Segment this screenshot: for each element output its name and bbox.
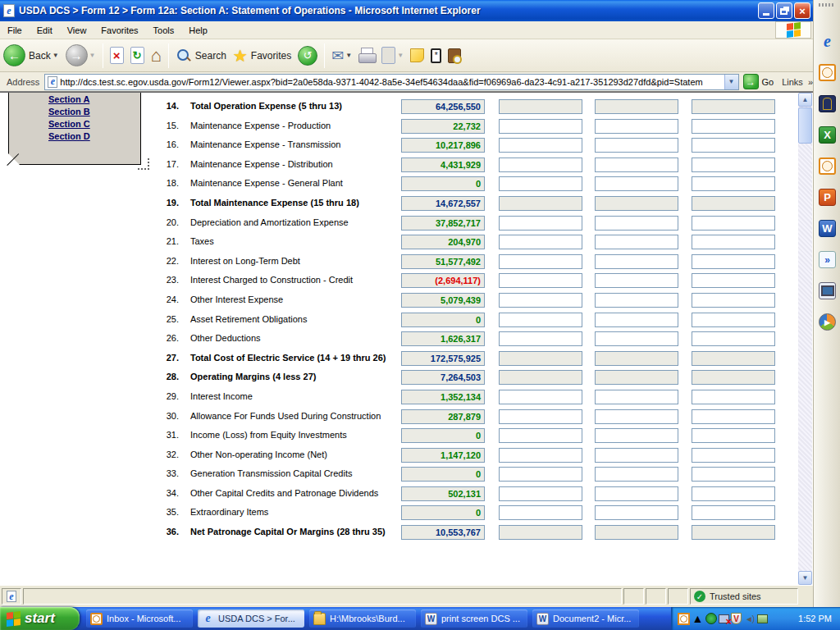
input-field-col4-row25[interactable] bbox=[692, 313, 775, 327]
input-field-col3-row30[interactable] bbox=[595, 409, 678, 424]
address-book-icon[interactable] bbox=[819, 95, 836, 112]
clock-icon[interactable] bbox=[819, 158, 836, 175]
taskbar-window-h-mbrooks-burd[interactable]: H:\Mbrooks\Burd... bbox=[309, 609, 416, 628]
input-field-col2-row34[interactable] bbox=[499, 486, 582, 501]
ie-icon[interactable]: e bbox=[819, 33, 836, 50]
mail-dropdown-icon[interactable]: ▼ bbox=[345, 52, 352, 59]
input-field-col3-row16[interactable] bbox=[595, 138, 678, 153]
input-field-col3-row35[interactable] bbox=[595, 505, 678, 520]
input-field-col3-row25[interactable] bbox=[595, 313, 678, 327]
excel-icon[interactable]: X bbox=[819, 126, 836, 144]
input-field-col3-row22[interactable] bbox=[595, 254, 678, 269]
input-field-col4-row18[interactable] bbox=[692, 176, 775, 191]
history-button[interactable]: ↺ bbox=[294, 46, 321, 66]
input-field-col2-row21[interactable] bbox=[499, 235, 582, 249]
taskbar-window-document2-micr[interactable]: WDocument2 - Micr... bbox=[532, 609, 639, 628]
input-field-col4-row21[interactable] bbox=[692, 235, 775, 249]
input-field-col2-row25[interactable] bbox=[499, 313, 582, 327]
input-field-col4-row17[interactable] bbox=[692, 158, 775, 172]
clock-icon[interactable] bbox=[819, 64, 836, 81]
home-button[interactable]: ⌂ bbox=[148, 48, 165, 64]
clock-icon[interactable] bbox=[678, 613, 690, 625]
input-field-col3-row31[interactable] bbox=[595, 428, 678, 443]
input-field-col3-row21[interactable] bbox=[595, 235, 678, 249]
menu-file[interactable]: File bbox=[0, 23, 30, 38]
scroll-up-button[interactable]: ▲ bbox=[798, 93, 812, 107]
input-field-col4-row33[interactable] bbox=[692, 467, 775, 482]
input-field-col3-row17[interactable] bbox=[595, 158, 678, 172]
menu-view[interactable]: View bbox=[60, 23, 94, 38]
messenger-button[interactable]: * bbox=[427, 48, 445, 63]
media-player-icon[interactable]: ▶ bbox=[819, 313, 836, 331]
input-field-col4-row24[interactable] bbox=[692, 293, 775, 308]
menu-tools[interactable]: Tools bbox=[146, 23, 182, 38]
menu-favorites[interactable]: Favorites bbox=[94, 23, 145, 38]
go-button[interactable]: → Go bbox=[743, 74, 774, 89]
start-button[interactable]: start bbox=[0, 607, 80, 630]
volume-icon[interactable]: ◄) bbox=[743, 613, 756, 625]
input-field-col3-row23[interactable] bbox=[595, 273, 678, 288]
input-field-col2-row18[interactable] bbox=[499, 176, 582, 191]
my-computer-icon[interactable] bbox=[819, 282, 836, 299]
address-input[interactable]: e http://dcs.test.sc.egov.usda.gov/Form1… bbox=[44, 74, 738, 90]
triangle-icon[interactable]: ▲ bbox=[692, 613, 704, 625]
input-field-col2-row32[interactable] bbox=[499, 448, 582, 463]
close-button[interactable]: × bbox=[794, 2, 810, 19]
input-field-col3-row34[interactable] bbox=[595, 486, 678, 501]
edit-button[interactable]: ▼ bbox=[378, 47, 407, 64]
input-field-col4-row23[interactable] bbox=[692, 273, 775, 288]
input-field-col3-row15[interactable] bbox=[595, 119, 678, 134]
scroll-down-button[interactable]: ▼ bbox=[798, 571, 812, 585]
input-field-col4-row22[interactable] bbox=[692, 254, 775, 269]
mail-button[interactable]: ✉ ▼ bbox=[328, 47, 355, 65]
input-field-col3-row33[interactable] bbox=[595, 467, 678, 482]
input-field-col4-row31[interactable] bbox=[692, 428, 775, 443]
input-field-col3-row29[interactable] bbox=[595, 390, 678, 404]
input-field-col2-row35[interactable] bbox=[499, 505, 582, 520]
input-field-col2-row22[interactable] bbox=[499, 254, 582, 269]
input-field-col4-row15[interactable] bbox=[692, 119, 775, 134]
input-field-col3-row32[interactable] bbox=[595, 448, 678, 463]
taskbar-window-usda-dcs-for[interactable]: eUSDA DCS > For... bbox=[198, 609, 304, 628]
notes-button[interactable] bbox=[407, 48, 427, 62]
input-field-col2-row15[interactable] bbox=[499, 119, 582, 134]
input-field-col4-row35[interactable] bbox=[692, 505, 775, 520]
input-field-col2-row33[interactable] bbox=[499, 467, 582, 482]
minimize-button[interactable] bbox=[758, 2, 774, 19]
search-button[interactable]: Search bbox=[172, 48, 230, 64]
frontpage-icon[interactable]: » bbox=[819, 251, 836, 268]
favorites-button[interactable]: ★ Favorites bbox=[230, 48, 294, 64]
research-button[interactable] bbox=[445, 48, 464, 63]
input-field-col2-row26[interactable] bbox=[499, 331, 582, 346]
address-dropdown-button[interactable]: ▼ bbox=[724, 75, 738, 89]
back-dropdown-icon[interactable]: ▼ bbox=[52, 52, 59, 59]
input-field-col4-row20[interactable] bbox=[692, 216, 775, 231]
menu-edit[interactable]: Edit bbox=[30, 23, 60, 38]
input-field-col2-row16[interactable] bbox=[499, 138, 582, 153]
input-field-col2-row23[interactable] bbox=[499, 273, 582, 288]
input-field-col3-row20[interactable] bbox=[595, 216, 678, 231]
input-field-col2-row20[interactable] bbox=[499, 216, 582, 231]
vertical-scrollbar[interactable]: ▲ ▼ bbox=[798, 93, 812, 585]
back-button[interactable]: ← Back ▼ bbox=[0, 44, 62, 66]
input-field-col2-row29[interactable] bbox=[499, 390, 582, 404]
input-field-col3-row24[interactable] bbox=[595, 293, 678, 308]
input-field-col3-row18[interactable] bbox=[595, 176, 678, 191]
links-button[interactable]: Links » bbox=[782, 77, 813, 87]
taskbar-window-inbox-microsoft[interactable]: Inbox - Microsoft... bbox=[86, 609, 193, 628]
input-field-col4-row26[interactable] bbox=[692, 331, 775, 346]
input-field-col2-row30[interactable] bbox=[499, 409, 582, 424]
restore-button[interactable] bbox=[776, 2, 792, 19]
refresh-button[interactable]: ↻ bbox=[127, 47, 148, 64]
globe-icon[interactable] bbox=[705, 613, 717, 624]
input-field-col2-row31[interactable] bbox=[499, 428, 582, 443]
input-field-col4-row29[interactable] bbox=[692, 390, 775, 404]
antivirus-shield-icon[interactable]: V bbox=[731, 613, 742, 624]
input-field-col4-row30[interactable] bbox=[692, 409, 775, 424]
forward-button[interactable]: → ▼ bbox=[62, 44, 99, 66]
hardware-icon[interactable] bbox=[757, 614, 768, 623]
powerpoint-icon[interactable]: P bbox=[819, 189, 836, 206]
input-field-col3-row26[interactable] bbox=[595, 331, 678, 346]
stop-button[interactable]: × bbox=[107, 47, 127, 64]
taskbar-window-print-screen-dcs[interactable]: Wprint screen DCS ... bbox=[421, 609, 527, 628]
